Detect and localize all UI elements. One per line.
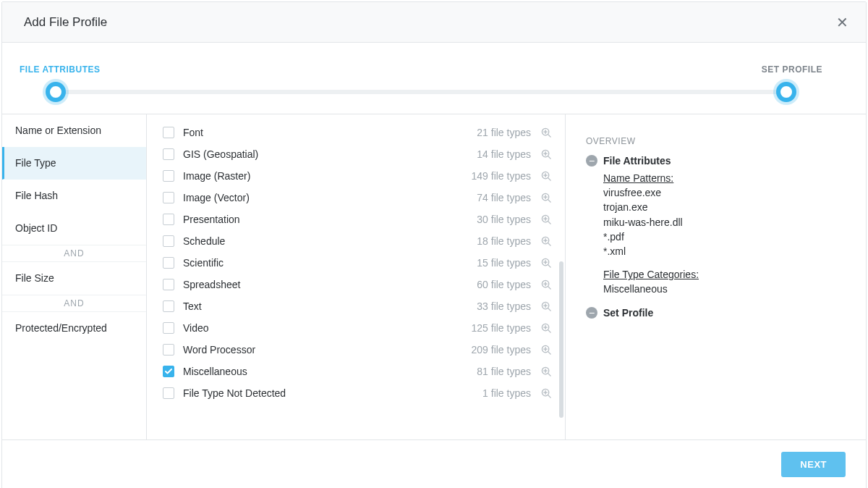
modal-footer: NEXT [2, 439, 866, 488]
name-pattern-value: *.xml [603, 244, 846, 258]
file-type-row: Font21 file types [163, 122, 552, 143]
file-type-count: 125 file types [472, 322, 532, 334]
file-type-count: 30 file types [477, 214, 531, 225]
sidebar-item-name-extension[interactable]: Name or Extension [2, 114, 146, 147]
svg-line-9 [548, 177, 550, 180]
stepper-track [56, 82, 786, 102]
svg-line-49 [548, 395, 550, 397]
magnify-icon[interactable] [541, 127, 552, 138]
stepper-line [56, 90, 786, 94]
overview-panel: OVERVIEW − File Attributes Name Patterns… [566, 114, 866, 439]
svg-line-17 [548, 221, 550, 223]
file-type-checkbox[interactable] [163, 214, 174, 225]
file-type-checkbox[interactable] [163, 257, 174, 269]
file-type-checkbox[interactable] [163, 322, 174, 334]
file-type-label: Spreadsheet [183, 279, 477, 290]
name-pattern-value: virusfree.exe [603, 185, 846, 200]
file-type-checkbox[interactable] [163, 279, 174, 290]
overview-section-set-profile: − Set Profile [586, 307, 846, 319]
file-type-label: Image (Raster) [183, 170, 472, 182]
file-type-count: 74 file types [477, 192, 531, 203]
file-type-count: 149 file types [472, 170, 532, 182]
collapse-icon[interactable]: − [586, 307, 597, 319]
magnify-icon[interactable] [541, 323, 552, 334]
file-type-checkbox[interactable] [163, 192, 174, 203]
svg-line-41 [548, 351, 550, 353]
file-type-row: Video125 file types [163, 317, 552, 339]
stepper: FILE ATTRIBUTES SET PROFILE [2, 43, 866, 114]
svg-line-25 [548, 264, 550, 266]
sidebar-separator-and-1: AND [2, 245, 146, 262]
file-type-label: Word Processor [183, 344, 472, 356]
collapse-icon[interactable]: − [586, 155, 597, 167]
svg-line-33 [548, 308, 550, 310]
file-type-count: 1 file types [482, 387, 531, 399]
file-type-count: 18 file types [477, 235, 531, 247]
magnify-icon[interactable] [541, 279, 552, 290]
file-type-count: 14 file types [477, 148, 531, 160]
next-button[interactable]: NEXT [781, 452, 846, 477]
magnify-icon[interactable] [541, 345, 552, 356]
file-type-row: Scientific15 file types [163, 252, 552, 274]
svg-line-37 [548, 329, 550, 332]
sidebar-item-file-size[interactable]: File Size [2, 262, 146, 295]
file-type-checkbox[interactable] [163, 127, 174, 138]
file-type-checkbox[interactable] [163, 387, 174, 399]
magnify-icon[interactable] [541, 388, 552, 399]
step-label-set-profile: SET PROFILE [762, 64, 822, 75]
stepper-node-1[interactable] [46, 82, 66, 102]
file-type-label: Image (Vector) [183, 192, 477, 203]
file-type-checkbox[interactable] [163, 235, 174, 247]
scrollbar[interactable] [559, 120, 563, 434]
file-type-label: Font [183, 127, 477, 138]
file-type-checkbox[interactable] [163, 170, 174, 182]
file-type-count: 209 file types [472, 344, 532, 356]
file-type-checkbox[interactable] [163, 344, 174, 356]
magnify-icon[interactable] [541, 258, 552, 269]
svg-line-21 [548, 243, 550, 245]
file-type-row: GIS (Geospatial)14 file types [163, 143, 552, 165]
file-type-checkbox[interactable] [163, 148, 174, 160]
file-type-checkbox[interactable] [163, 366, 174, 377]
stepper-node-2[interactable] [776, 82, 796, 102]
magnify-icon[interactable] [541, 193, 552, 203]
name-patterns-label: Name Patterns: [603, 172, 846, 184]
svg-line-1 [548, 134, 550, 136]
name-pattern-value: miku-was-here.dll [603, 215, 846, 230]
sidebar-item-protected[interactable]: Protected/Encrypted [2, 312, 146, 345]
file-type-label: Miscellaneous [183, 366, 477, 377]
scrollbar-thumb[interactable] [559, 261, 563, 418]
sidebar-item-file-type[interactable]: File Type [2, 147, 146, 180]
svg-line-29 [548, 286, 550, 288]
sidebar-item-object-id[interactable]: Object ID [2, 212, 146, 245]
file-type-label: Presentation [183, 214, 477, 225]
file-type-row: Image (Raster)149 file types [163, 165, 552, 187]
sidebar-item-file-hash[interactable]: File Hash [2, 180, 146, 212]
name-pattern-value: trojan.exe [603, 200, 846, 214]
file-type-label: Schedule [183, 235, 477, 247]
close-icon[interactable]: ✕ [836, 15, 848, 30]
file-type-count: 81 file types [477, 366, 531, 377]
file-type-label: Scientific [183, 257, 477, 269]
magnify-icon[interactable] [541, 171, 552, 182]
file-type-row: Image (Vector)74 file types [163, 187, 552, 209]
magnify-icon[interactable] [541, 301, 552, 312]
file-type-label: Text [183, 300, 477, 312]
magnify-icon[interactable] [541, 149, 552, 160]
step-label-file-attributes: FILE ATTRIBUTES [20, 64, 101, 75]
file-type-label: Video [183, 322, 472, 334]
magnify-icon[interactable] [541, 214, 552, 225]
magnify-icon[interactable] [541, 366, 552, 377]
overview-heading-file-attributes: File Attributes [603, 155, 671, 167]
modal-header: Add File Profile ✕ [2, 2, 866, 43]
file-type-checkbox[interactable] [163, 300, 174, 312]
svg-line-45 [548, 373, 550, 375]
overview-title: OVERVIEW [586, 136, 846, 146]
overview-name-patterns: Name Patterns: virusfree.exe trojan.exe … [603, 172, 846, 258]
svg-line-5 [548, 156, 550, 158]
file-type-count: 15 file types [477, 257, 531, 269]
overview-heading-set-profile: Set Profile [603, 307, 653, 319]
add-file-profile-modal: Add File Profile ✕ FILE ATTRIBUTES SET P… [1, 1, 867, 488]
file-type-row: Spreadsheet60 file types [163, 274, 552, 295]
magnify-icon[interactable] [541, 236, 552, 247]
